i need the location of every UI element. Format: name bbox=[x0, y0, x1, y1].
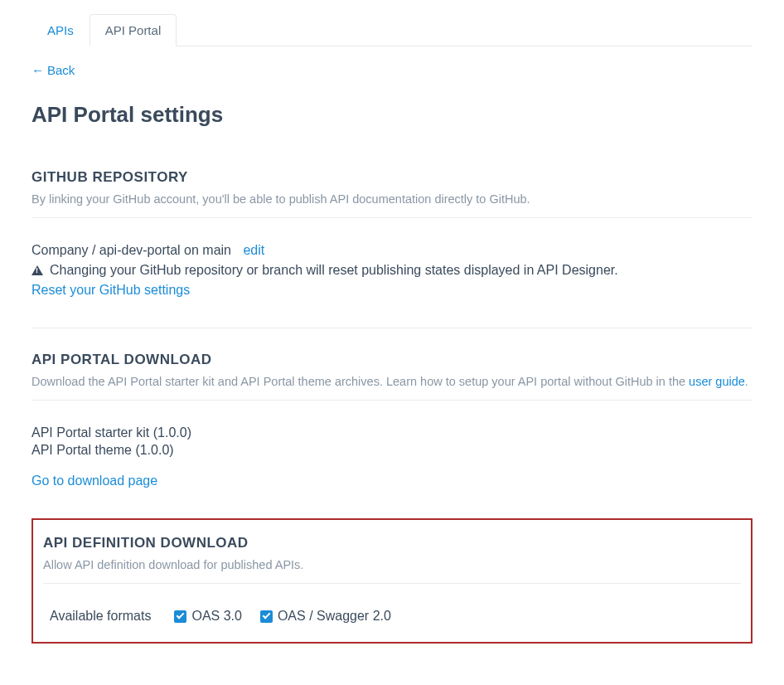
formats-label: Available formats bbox=[50, 609, 151, 624]
checkbox-oas3[interactable] bbox=[174, 610, 186, 623]
download-section-header: API PORTAL DOWNLOAD bbox=[31, 352, 753, 368]
divider bbox=[43, 583, 741, 584]
repo-line: Company / api-dev-portal on main edit bbox=[31, 243, 753, 258]
page-title: API Portal settings bbox=[31, 102, 753, 128]
back-link[interactable]: ← Back bbox=[31, 63, 75, 77]
checkbox-swagger2-label: OAS / Swagger 2.0 bbox=[278, 609, 391, 624]
tab-api-portal[interactable]: API Portal bbox=[90, 14, 177, 46]
download-section-desc: Download the API Portal starter kit and … bbox=[31, 375, 753, 388]
repo-text: Company / api-dev-portal on main bbox=[31, 243, 231, 257]
divider bbox=[31, 400, 753, 401]
back-link-label: Back bbox=[47, 63, 75, 77]
checkbox-oas3-label: OAS 3.0 bbox=[191, 609, 241, 624]
divider bbox=[31, 328, 753, 328]
user-guide-link[interactable]: user guide bbox=[689, 375, 745, 388]
divider bbox=[31, 217, 753, 218]
warning-icon bbox=[31, 265, 43, 275]
checkbox-oas3-group: OAS 3.0 bbox=[174, 609, 241, 624]
reset-github-link[interactable]: Reset your GitHub settings bbox=[31, 283, 753, 298]
checkbox-swagger2[interactable] bbox=[260, 610, 273, 623]
tabs-bar: APIs API Portal bbox=[31, 0, 753, 46]
github-repository-section: GITHUB REPOSITORY By linking your GitHub… bbox=[31, 169, 753, 298]
edit-link[interactable]: edit bbox=[243, 243, 264, 257]
arrow-left-icon: ← bbox=[31, 63, 44, 77]
go-download-link[interactable]: Go to download page bbox=[31, 474, 157, 488]
warning-text: Changing your GitHub repository or branc… bbox=[50, 263, 618, 278]
download-item-starter-kit: API Portal starter kit (1.0.0) bbox=[31, 425, 753, 440]
definition-section-desc: Allow API definition download for publis… bbox=[43, 558, 741, 571]
api-definition-download-section: API DEFINITION DOWNLOAD Allow API defini… bbox=[31, 518, 753, 644]
download-item-theme: API Portal theme (1.0.0) bbox=[31, 443, 753, 458]
github-section-desc: By linking your GitHub account, you'll b… bbox=[31, 192, 753, 206]
warning-line: Changing your GitHub repository or branc… bbox=[31, 263, 753, 278]
github-section-header: GITHUB REPOSITORY bbox=[31, 169, 753, 186]
definition-section-header: API DEFINITION DOWNLOAD bbox=[43, 535, 741, 551]
api-portal-download-section: API PORTAL DOWNLOAD Download the API Por… bbox=[31, 352, 753, 488]
tab-apis[interactable]: APIs bbox=[31, 14, 90, 46]
checkbox-swagger2-group: OAS / Swagger 2.0 bbox=[260, 609, 391, 624]
formats-row: Available formats OAS 3.0 OAS / Swagger … bbox=[43, 609, 741, 624]
